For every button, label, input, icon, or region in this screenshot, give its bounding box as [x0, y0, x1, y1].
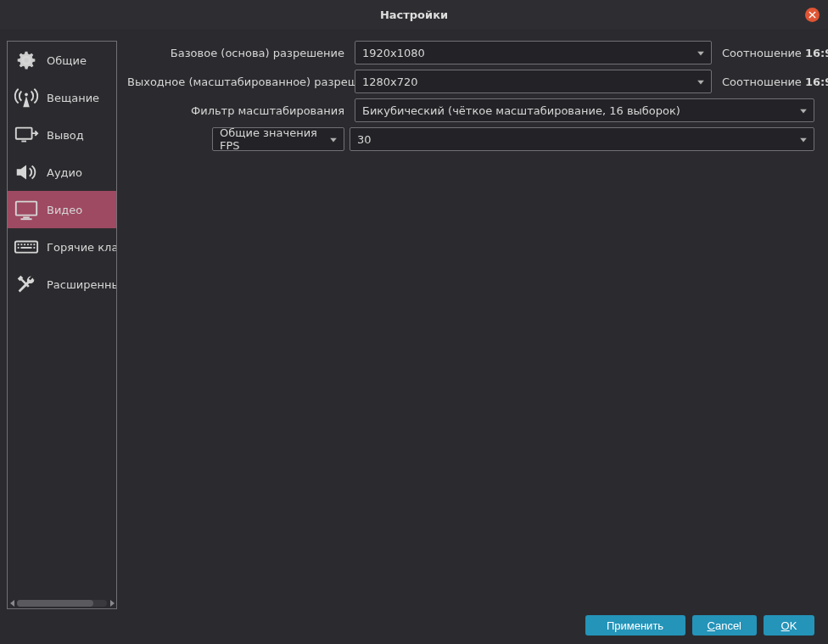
output-resolution-label: Выходное (масштабированное) разрешение [127, 76, 350, 88]
svg-rect-12 [33, 244, 35, 245]
svg-rect-15 [33, 247, 35, 249]
sidebar-item-label: Аудио [47, 166, 82, 179]
output-resolution-value: 1280x720 [362, 76, 418, 88]
close-button[interactable] [805, 8, 820, 22]
close-icon [808, 11, 816, 19]
sidebar-item-label: Вывод [47, 129, 84, 142]
sidebar-item-general[interactable]: Общие [8, 42, 116, 79]
chevron-down-icon [330, 133, 337, 146]
sidebar-item-advanced[interactable]: Расширенные [8, 266, 116, 303]
svg-rect-11 [31, 244, 32, 245]
svg-rect-10 [27, 244, 29, 245]
output-aspect-text: Соотношение 16:9 [717, 76, 814, 88]
scroll-left-icon[interactable] [8, 599, 17, 608]
svg-rect-13 [18, 247, 20, 249]
downscale-filter-value: Бикубический (чёткое масштабирование, 16… [362, 104, 680, 117]
chevron-down-icon [697, 47, 704, 59]
sidebar-item-label: Общие [47, 54, 87, 67]
downscale-filter-combo[interactable]: Бикубический (чёткое масштабирование, 16… [355, 98, 814, 122]
base-aspect-text: Соотношение 16:9 [717, 47, 814, 59]
gear-icon [13, 47, 40, 74]
chevron-down-icon [697, 76, 704, 88]
cancel-button[interactable]: Cancel [692, 615, 757, 636]
svg-rect-9 [24, 244, 25, 245]
apply-button[interactable]: Применить [585, 615, 685, 636]
svg-rect-14 [20, 247, 31, 249]
sidebar-item-hotkeys[interactable]: Горячие клавиши [8, 228, 116, 266]
monitor-icon [13, 196, 40, 223]
base-resolution-combo[interactable]: 1920x1080 [355, 41, 712, 64]
window-title: Настройки [380, 8, 448, 21]
settings-sidebar: Общие Вещание Вывод Аудио Видео [7, 41, 117, 609]
svg-rect-1 [16, 128, 32, 139]
sidebar-item-label: Горячие клавиши [47, 241, 117, 254]
sidebar-scrollbar[interactable] [8, 598, 116, 608]
dialog-footer: Применить Cancel OK [585, 615, 814, 636]
ok-button[interactable]: OK [764, 615, 814, 636]
svg-rect-5 [20, 218, 31, 220]
antenna-icon [13, 84, 40, 111]
fps-type-value: Общие значения FPS [220, 126, 337, 152]
svg-rect-2 [21, 141, 26, 143]
downscale-filter-label: Фильтр масштабирования [127, 104, 350, 117]
svg-rect-4 [23, 216, 30, 218]
sidebar-item-label: Вещание [47, 92, 99, 104]
svg-point-0 [25, 92, 28, 96]
sidebar-item-audio[interactable]: Аудио [8, 154, 116, 191]
fps-type-combo[interactable]: Общие значения FPS [212, 127, 344, 151]
svg-rect-3 [16, 202, 36, 216]
svg-rect-7 [18, 244, 20, 245]
scroll-thumb[interactable] [17, 600, 93, 607]
fps-value-combo[interactable]: 30 [350, 127, 814, 151]
sidebar-item-output[interactable]: Вывод [8, 116, 116, 154]
keyboard-icon [13, 233, 40, 260]
fps-value: 30 [357, 133, 372, 146]
sidebar-item-stream[interactable]: Вещание [8, 79, 116, 116]
scroll-right-icon[interactable] [107, 599, 116, 608]
sidebar-item-video[interactable]: Видео [8, 191, 116, 228]
base-resolution-value: 1920x1080 [362, 47, 425, 59]
svg-rect-8 [20, 244, 22, 245]
chevron-down-icon [800, 133, 807, 146]
chevron-down-icon [800, 104, 807, 117]
sidebar-item-label: Расширенные [47, 278, 117, 291]
sidebar-item-label: Видео [47, 204, 82, 216]
titlebar: Настройки [0, 0, 828, 29]
tools-icon [13, 271, 40, 298]
settings-panel-video: Базовое (основа) разрешение 1920x1080 Со… [127, 41, 814, 156]
speaker-icon [13, 159, 40, 186]
output-resolution-combo[interactable]: 1280x720 [355, 70, 712, 93]
base-resolution-label: Базовое (основа) разрешение [127, 47, 350, 59]
output-icon [13, 121, 40, 148]
scroll-track[interactable] [17, 600, 107, 607]
